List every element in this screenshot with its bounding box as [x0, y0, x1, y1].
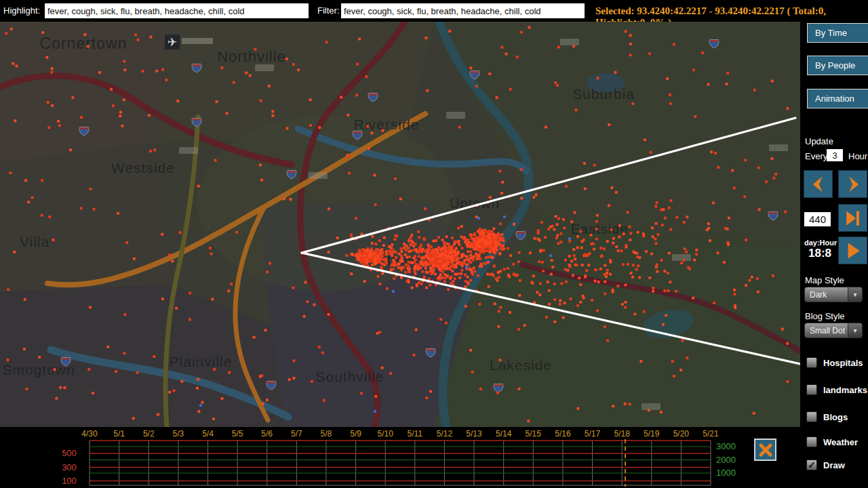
blog-dot — [378, 239, 381, 242]
blog-dot — [359, 261, 362, 264]
blog-dot — [648, 277, 651, 279]
blog-dot — [432, 239, 435, 242]
blog-dot — [644, 138, 646, 141]
weather-checkbox[interactable] — [806, 436, 817, 447]
update-interval-input[interactable] — [827, 149, 843, 161]
blog-dot — [574, 211, 576, 214]
blog-dot — [445, 321, 448, 324]
draw-checkbox[interactable]: ✓ — [806, 460, 817, 470]
blog-dot — [13, 251, 16, 253]
blog-dot — [51, 104, 54, 107]
blog-dot — [355, 217, 357, 220]
blog-dot — [639, 360, 642, 363]
blog-dot — [469, 349, 472, 352]
blog-dot — [614, 71, 616, 74]
by-time-button[interactable]: By Time — [807, 23, 868, 43]
blog-dot — [524, 324, 526, 327]
blog-dot — [382, 244, 385, 247]
blog-dot — [629, 54, 632, 56]
blog-dot — [652, 290, 654, 293]
blog-dot — [378, 249, 380, 252]
update-label: Update — [805, 136, 833, 146]
blog-dot — [449, 277, 452, 280]
blog-style-dropdown[interactable]: Small Dot ▾ — [804, 323, 863, 338]
blog-dot — [211, 298, 214, 300]
blog-dot — [50, 71, 53, 74]
blog-dot — [98, 71, 101, 74]
blog-dot — [437, 236, 440, 239]
blog-dot — [584, 276, 587, 279]
blog-dot — [656, 270, 658, 273]
blog-dot — [642, 232, 645, 235]
by-people-button[interactable]: By People — [807, 56, 868, 75]
blog-dot — [562, 317, 565, 319]
step-forward-button[interactable] — [838, 170, 867, 198]
blog-dot — [125, 241, 128, 244]
blog-dot — [245, 72, 248, 75]
blog-dot — [366, 125, 369, 128]
blog-dot — [397, 266, 400, 269]
blog-dot — [615, 245, 618, 248]
blog-dot — [496, 96, 498, 99]
blog-dot — [345, 254, 348, 257]
blog-dot — [385, 260, 388, 262]
timeline-chart[interactable]: 4/305/15/25/35/45/55/65/75/85/95/105/115… — [0, 427, 800, 488]
blog-dot — [612, 405, 614, 407]
blog-dot — [376, 255, 379, 258]
blog-dot — [507, 267, 509, 270]
blog-dot — [568, 240, 571, 243]
blog-dot — [415, 329, 418, 331]
blog-dot — [562, 218, 565, 221]
map-style-dropdown[interactable]: Dark ▾ — [804, 287, 863, 302]
blog-dot — [358, 38, 361, 41]
landmarks-checkbox[interactable] — [806, 384, 817, 395]
blog-dot — [441, 270, 444, 273]
blog-dot — [443, 273, 446, 276]
blog-dot — [420, 244, 422, 247]
blog-dot — [570, 260, 573, 262]
animation-button[interactable]: Animation — [807, 89, 868, 108]
blog-dot — [479, 388, 482, 390]
blog-dot — [435, 248, 437, 251]
city-label: Westside — [111, 160, 175, 176]
blog-dot — [556, 234, 559, 237]
blog-dot — [347, 155, 350, 158]
frame-number-input[interactable] — [804, 212, 831, 226]
blog-dot — [420, 283, 422, 285]
blog-dot — [179, 231, 182, 234]
blog-dot — [411, 287, 414, 289]
blog-dot — [630, 272, 633, 274]
blog-dot — [391, 254, 393, 257]
blog-dot — [487, 261, 490, 264]
blog-dot — [381, 367, 384, 369]
blog-dot — [580, 240, 583, 243]
blog-dot — [168, 253, 171, 256]
blog-dot — [520, 197, 523, 200]
skip-to-end-button[interactable] — [838, 204, 867, 232]
play-button[interactable] — [838, 237, 867, 264]
blog-dot — [360, 392, 363, 394]
blog-dot — [593, 248, 595, 251]
blog-dot — [381, 255, 384, 258]
blog-dot — [717, 166, 719, 169]
blog-dot — [655, 242, 658, 245]
blog-dot — [355, 94, 358, 96]
hospitals-checkbox[interactable] — [806, 357, 817, 368]
map-canvas[interactable]: ✈ CornertownNorthvilleSuburbiaRiversideW… — [0, 22, 800, 427]
city-label: Cornertown — [40, 35, 127, 52]
blog-dot — [462, 237, 465, 240]
step-back-button[interactable] — [804, 170, 833, 198]
blog-dot — [451, 251, 454, 253]
blog-dot — [408, 268, 411, 270]
blog-dot — [500, 46, 503, 49]
filter-input[interactable] — [341, 3, 585, 18]
blog-dot — [555, 237, 558, 239]
highlight-input[interactable] — [45, 3, 309, 18]
blog-dot — [498, 253, 501, 256]
blog-dot — [497, 271, 500, 274]
blogs-checkbox[interactable] — [806, 411, 817, 422]
blog-dot — [408, 256, 411, 258]
blog-dot — [498, 170, 501, 173]
timeline-close-button[interactable] — [754, 439, 776, 461]
blog-dot — [475, 258, 478, 260]
